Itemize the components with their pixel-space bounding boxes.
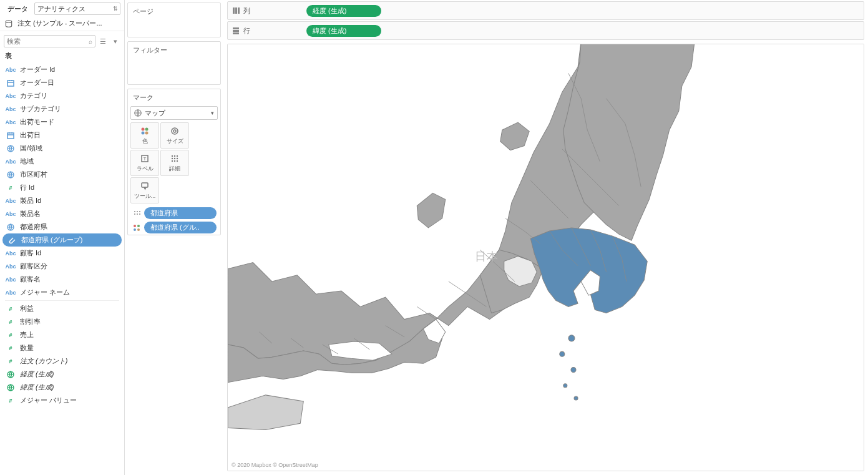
section-tables: 表 (0, 49, 124, 63)
pages-title: ページ (128, 3, 220, 20)
field-割引率[interactable]: #割引率 (0, 315, 124, 328)
field-経度 (生成)[interactable]: 経度 (生成) (0, 368, 124, 381)
datasource-name: 注文 (サンプル - スーパー... (17, 19, 102, 28)
mark-detail-label: 詳細 (169, 165, 180, 173)
field-利益[interactable]: #利益 (0, 302, 124, 315)
tooltip-icon (140, 181, 150, 191)
map-credit: © 2020 Mapbox © OpenStreetMap (232, 462, 318, 468)
mark-pill[interactable]: 都道府県 (グル.. (144, 222, 217, 233)
cards-sidebar: ページ フィルター マーク マップ 色 サイズ (125, 0, 223, 475)
field-都道府県 (グループ)[interactable]: 都道府県 (グループ) (2, 233, 122, 247)
svg-point-20 (172, 157, 173, 159)
field-製品名[interactable]: Abc製品名 (0, 207, 124, 220)
field-製品 Id[interactable]: Abc製品 Id (0, 194, 124, 207)
search-box[interactable]: ⌕ (4, 35, 95, 47)
svg-point-18 (174, 155, 175, 156)
svg-point-30 (134, 213, 135, 215)
field-オーダー Id[interactable]: Abcオーダー Id (0, 63, 124, 76)
field-label: 出荷モード (20, 117, 119, 127)
svg-rect-2 (7, 133, 14, 139)
svg-point-46 (571, 367, 576, 372)
view-menu-icon[interactable]: ▾ (110, 36, 120, 46)
tab-data[interactable]: データ (4, 2, 32, 16)
field-メジャー ネーム[interactable]: Abcメジャー ネーム (0, 286, 124, 299)
datasource-row[interactable]: 注文 (サンプル - スーパー... (0, 16, 124, 31)
svg-point-19 (177, 155, 178, 156)
field-都道府県[interactable]: 都道府県 (0, 220, 124, 233)
field-label: サブカテゴリ (20, 104, 119, 114)
field-サブカテゴリ[interactable]: Abcサブカテゴリ (0, 102, 124, 115)
sidebar-tabs: データ アナリティクス (0, 1, 124, 16)
pill-target-icon[interactable] (132, 223, 142, 233)
field-売上[interactable]: #売上 (0, 328, 124, 341)
field-label: 利益 (20, 304, 119, 313)
field-緯度 (生成)[interactable]: 緯度 (生成) (0, 381, 124, 394)
size-icon (170, 126, 180, 136)
field-label: 経度 (生成) (20, 370, 119, 379)
mark-label-button[interactable]: T ラベル (130, 150, 159, 176)
mark-label-label: ラベル (137, 165, 154, 173)
field-オーダー日[interactable]: オーダー日 (0, 76, 124, 89)
field-label: 数量 (20, 343, 119, 353)
svg-point-47 (563, 384, 567, 388)
svg-point-29 (139, 211, 140, 212)
mark-size-button[interactable]: サイズ (160, 122, 189, 149)
view-list-icon[interactable]: ☰ (98, 36, 108, 46)
search-input[interactable] (7, 37, 92, 45)
field-label: 売上 (20, 330, 119, 340)
mark-detail-button[interactable]: 詳細 (160, 150, 189, 176)
svg-rect-37 (233, 7, 235, 14)
svg-point-0 (6, 20, 11, 22)
field-市区町村[interactable]: 市区町村 (0, 168, 124, 181)
field-顧客区分[interactable]: Abc顧客区分 (0, 260, 124, 273)
field-注文 (カウント)[interactable]: #注文 (カウント) (0, 355, 124, 368)
map-country-label: 日本 (475, 249, 499, 264)
columns-shelf-label: 列 (232, 6, 300, 16)
field-label: メジャー ネーム (20, 288, 119, 297)
color-icon (140, 126, 150, 136)
svg-point-9 (142, 127, 145, 130)
field-カテゴリ[interactable]: Abcカテゴリ (0, 89, 124, 102)
svg-point-48 (574, 396, 578, 400)
mark-tooltip-button[interactable]: ツール... (130, 177, 159, 203)
svg-point-13 (172, 128, 178, 134)
svg-point-34 (137, 225, 140, 227)
field-label: オーダー Id (20, 65, 119, 74)
search-row: ⌕ ☰ ▾ (0, 34, 124, 49)
columns-pill[interactable]: 経度 (生成) (306, 5, 381, 17)
mark-size-label: サイズ (167, 137, 183, 145)
filters-card[interactable]: フィルター (127, 41, 221, 85)
rows-shelf[interactable]: 行 緯度 (生成) (227, 21, 864, 40)
map-viz[interactable]: 日本 © 2020 Mapbox © OpenStreetMap (227, 44, 864, 471)
pill-target-icon[interactable] (132, 208, 142, 218)
field-label: 国/領域 (20, 144, 119, 153)
rows-icon (232, 26, 240, 35)
marks-title: マーク (128, 89, 220, 106)
rows-pill[interactable]: 緯度 (生成) (306, 25, 381, 37)
mark-pill[interactable]: 都道府県 (144, 207, 217, 219)
field-出荷モード[interactable]: Abc出荷モード (0, 115, 124, 129)
field-顧客名[interactable]: Abc顧客名 (0, 273, 124, 286)
mark-type-dropdown[interactable]: マップ (130, 106, 218, 120)
field-label: 製品名 (20, 209, 119, 218)
field-メジャー バリュー[interactable]: #メジャー バリュー (0, 394, 124, 407)
mark-color-button[interactable]: 色 (130, 122, 159, 149)
field-行 Id[interactable]: #行 Id (0, 181, 124, 194)
columns-icon (232, 6, 240, 15)
field-label: 行 Id (20, 183, 119, 192)
field-国/領域[interactable]: 国/領域 (0, 142, 124, 155)
field-label: 製品 Id (20, 196, 119, 205)
map-icon (134, 109, 142, 117)
pages-card[interactable]: ページ (127, 2, 221, 37)
detail-icon (170, 154, 180, 164)
svg-rect-41 (233, 30, 239, 32)
search-icon: ⌕ (89, 38, 92, 45)
columns-shelf[interactable]: 列 経度 (生成) (227, 1, 864, 20)
field-地域[interactable]: Abc地域 (0, 155, 124, 168)
svg-point-31 (137, 213, 138, 215)
field-数量[interactable]: #数量 (0, 341, 124, 355)
field-顧客 Id[interactable]: Abc顧客 Id (0, 247, 124, 260)
field-出荷日[interactable]: 出荷日 (0, 129, 124, 142)
analytics-dropdown[interactable]: アナリティクス (34, 2, 120, 15)
svg-point-22 (177, 157, 178, 159)
